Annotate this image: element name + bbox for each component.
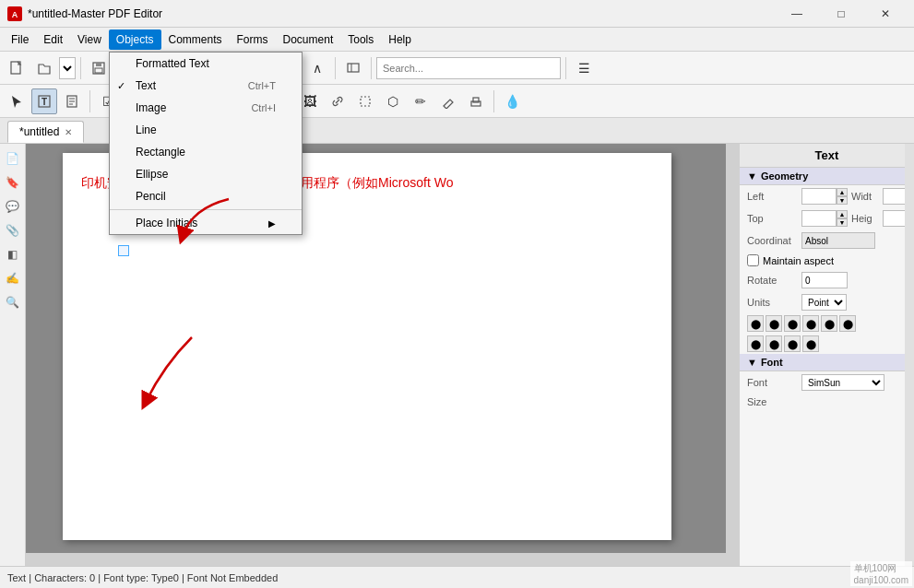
coordinate-input[interactable] (801, 232, 875, 249)
align-bottom-btn[interactable]: ⬤ (839, 315, 856, 332)
rotate-input[interactable] (801, 272, 848, 288)
menu-ellipse[interactable]: Ellipse (110, 163, 302, 185)
tab-close-button[interactable]: ✕ (65, 127, 72, 137)
align-left-btn[interactable]: ⬤ (747, 315, 764, 332)
menu-image[interactable]: Image Ctrl+I (110, 97, 302, 119)
align-top-btn[interactable]: ⬤ (802, 315, 819, 332)
dist-horiz-btn[interactable]: ⬤ (747, 335, 764, 352)
svg-rect-6 (348, 64, 359, 72)
sidebar-comments[interactable]: 💬 (2, 195, 24, 218)
menu-formatted-text[interactable]: Formatted Text (110, 53, 302, 75)
separator5 (335, 57, 336, 79)
sidebar-signatures[interactable]: ✍ (2, 267, 24, 289)
separator6 (371, 57, 372, 79)
menu-text[interactable]: ✓ Text Ctrl+T (110, 75, 302, 97)
menu-edit[interactable]: Edit (36, 29, 70, 50)
right-panel: Text ▼ Geometry Left ▲ ▼ Widt ▲ ▼ (739, 144, 914, 566)
coordinate-label: Coordinat (747, 235, 798, 246)
top-label: Top (747, 213, 798, 224)
units-select[interactable]: Point mm inch (801, 294, 847, 311)
initials-label: Place Initials (136, 217, 197, 229)
status-text: Text | Characters: 0 | Font type: Type0 … (7, 572, 278, 583)
align-middle-btn[interactable]: ⬤ (821, 315, 837, 332)
objects-dropdown-menu: Formatted Text ✓ Text Ctrl+T Image Ctrl+… (109, 52, 303, 235)
align-center-btn[interactable]: ⬤ (766, 315, 782, 332)
menu-more[interactable]: ☰ (571, 55, 597, 81)
menu-objects[interactable]: Objects (109, 29, 161, 50)
horizontal-scrollbar[interactable] (26, 553, 726, 566)
menu-view[interactable]: View (70, 29, 109, 50)
menu-help[interactable]: Help (381, 29, 419, 50)
last-page[interactable]: ∧ (304, 55, 330, 81)
svg-rect-22 (361, 97, 370, 106)
link-tool[interactable] (325, 88, 350, 114)
height-label: Heig (851, 213, 879, 224)
sidebar-pages[interactable]: 📄 (2, 147, 24, 170)
polygon-tool[interactable]: ⬡ (380, 88, 406, 114)
menubar: File Edit View Objects Comments Forms Do… (0, 28, 914, 52)
menu-forms[interactable]: Forms (230, 29, 276, 50)
left-spinner[interactable]: ▲ ▼ (801, 188, 848, 205)
svg-text:T: T (42, 97, 47, 107)
menu-line[interactable]: Line (110, 119, 302, 141)
close-button[interactable]: ✕ (864, 0, 907, 28)
menu-separator (110, 209, 302, 210)
eyedropper-tool[interactable]: 💧 (499, 88, 525, 114)
search-input[interactable] (376, 57, 561, 79)
watermark: 单机100网 danji100.com (850, 561, 912, 586)
crop-tool[interactable] (352, 88, 378, 114)
dist-vert-btn[interactable]: ⬤ (766, 335, 782, 352)
vertical-scrollbar[interactable] (726, 144, 739, 566)
formatted-text-label: Formatted Text (136, 57, 209, 70)
menu-document[interactable]: Document (276, 29, 341, 50)
eraser-tool[interactable] (435, 88, 461, 114)
top-down[interactable]: ▼ (837, 218, 848, 227)
left-input[interactable] (801, 188, 837, 205)
fit-window[interactable] (340, 55, 366, 81)
top-height-row: Top ▲ ▼ Heig ▲ ▼ (740, 207, 914, 229)
tab-untitled[interactable]: *untitled ✕ (7, 121, 84, 143)
size-width-btn[interactable]: ⬤ (784, 335, 801, 352)
geometry-section-header[interactable]: ▼ Geometry (740, 168, 914, 185)
text-tool[interactable]: T (31, 88, 57, 114)
menu-place-initials[interactable]: Place Initials ▶ (110, 212, 302, 234)
rect-label: Rectangle (136, 146, 185, 159)
window-controls: — □ ✕ (776, 0, 907, 28)
menu-rectangle[interactable]: Rectangle (110, 141, 302, 163)
menu-comments[interactable]: Comments (161, 29, 230, 50)
pencil-check (117, 191, 120, 202)
new-button[interactable] (4, 55, 30, 81)
minimize-button[interactable]: — (776, 0, 818, 28)
size-height-btn[interactable]: ⬤ (802, 335, 819, 352)
save-button[interactable] (86, 55, 112, 81)
menu-file[interactable]: File (4, 29, 36, 50)
edit-content-tool[interactable] (59, 88, 85, 114)
sidebar-bookmarks[interactable]: 🔖 (2, 171, 24, 194)
sidebar-layers[interactable]: ◧ (2, 243, 24, 265)
pencil-tool[interactable]: ✏ (408, 88, 433, 114)
stamp-tool[interactable] (463, 88, 489, 114)
top-spinner[interactable]: ▲ ▼ (801, 210, 848, 227)
panel-scrollbar[interactable] (905, 144, 914, 566)
top-up[interactable]: ▲ (837, 210, 848, 218)
left-up[interactable]: ▲ (837, 188, 848, 196)
font-select[interactable]: SimSun Arial Times New Roman (801, 374, 884, 391)
menu-tools[interactable]: Tools (340, 29, 381, 50)
app-icon: A (7, 6, 22, 21)
font-row: Font SimSun Arial Times New Roman (740, 371, 914, 394)
sidebar-attachments[interactable]: 📎 (2, 219, 24, 241)
geometry-section-label: Geometry (761, 171, 808, 182)
maximize-button[interactable]: □ (820, 0, 862, 28)
sidebar-search[interactable]: 🔍 (2, 291, 24, 313)
font-section-header[interactable]: ▼ Font (740, 354, 914, 371)
left-down[interactable]: ▼ (837, 196, 848, 205)
top-input[interactable] (801, 210, 837, 227)
open-button[interactable] (31, 55, 57, 81)
align-row1: ⬤ ⬤ ⬤ ⬤ ⬤ ⬤ (740, 313, 914, 334)
select-tool[interactable] (4, 88, 30, 114)
separator1 (80, 57, 81, 79)
recent-files-dropdown[interactable]: ▼ (59, 57, 76, 79)
maintain-aspect-checkbox[interactable] (747, 254, 759, 266)
align-right-btn[interactable]: ⬤ (784, 315, 801, 332)
menu-pencil[interactable]: Pencil (110, 185, 302, 207)
